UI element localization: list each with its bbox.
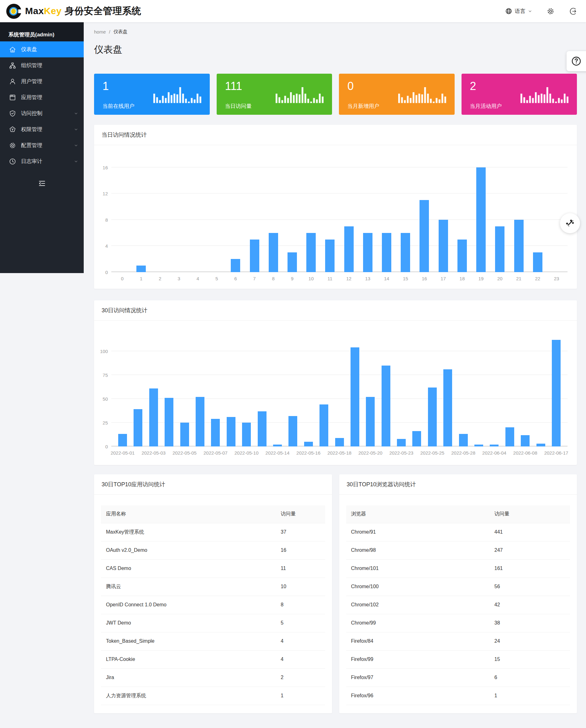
sidebar-item-access[interactable]: 访问控制 [0,105,84,121]
x-tick-label: 9 [283,276,302,281]
language-switcher[interactable]: 语言 [505,7,532,15]
bar[interactable] [149,388,158,446]
logout-button[interactable] [569,7,577,15]
menu-collapse-button[interactable] [0,175,84,191]
brand-title: MaxKey身份安全管理系统 [25,5,141,18]
sidebar-item-users[interactable]: 用户管理 [0,73,84,89]
gear-icon [546,7,555,15]
bar[interactable] [211,419,220,446]
table-row: Chrome/98247 [346,541,570,559]
column-header: 访问量 [489,505,570,523]
bar[interactable] [382,233,391,272]
bar[interactable] [227,417,235,446]
sidebar-item-perms[interactable]: 权限管理 [0,121,84,137]
brand[interactable]: MaxKey身份安全管理系统 [6,3,141,20]
bar[interactable] [287,252,297,272]
bar[interactable] [304,442,313,446]
bar[interactable] [288,416,297,446]
bar[interactable] [164,398,173,446]
bar[interactable] [335,438,344,446]
bar[interactable] [320,405,328,446]
chevron-down-icon [74,127,78,131]
table-row: Firefox/976 [346,669,570,686]
breadcrumb-home[interactable]: home [94,29,106,34]
bar[interactable] [476,167,486,272]
sidebar-item-label: 组织管理 [21,62,42,69]
bar[interactable] [344,226,354,272]
sidebar-item-config[interactable]: 配置管理 [0,137,84,153]
sidebar-menu: 仪表盘组织管理用户管理应用管理访问控制权限管理配置管理日志审计 [0,42,84,169]
bar[interactable] [536,444,545,446]
bar[interactable] [533,252,542,272]
x-tick-label: 20 [490,276,509,281]
bar[interactable] [180,423,189,446]
main-content: home / 仪表盘 仪表盘 1当前在线用户111当日访问量0当月新增用户2当月… [84,22,586,713]
table-header-row: 应用名称访问量 [101,505,325,523]
bar[interactable] [459,434,468,446]
question-circle-icon [571,55,582,67]
x-tick-label: 2 [151,276,169,281]
bar[interactable] [136,265,146,272]
sidebar-item-label: 权限管理 [21,126,42,133]
bar[interactable] [273,445,282,446]
bar[interactable] [133,409,142,446]
x-tick-label: 7 [245,276,264,281]
table-row: JWT Demo5 [101,614,325,632]
x-tick-label: 11 [321,276,339,281]
bar[interactable] [366,397,375,446]
bar[interactable] [514,220,524,272]
mini-bar-chart-icon [520,85,568,103]
table-row: Firefox/8424 [346,632,570,650]
sidebar-item-label: 配置管理 [21,142,42,149]
y-tick-label: 50 [94,396,108,401]
bar[interactable] [258,411,266,446]
bar[interactable] [401,233,410,272]
sidebar-item-org[interactable]: 组织管理 [0,57,84,73]
settings-button[interactable] [546,7,555,15]
bar[interactable] [242,423,251,446]
sidebar: 系统管理员(admin) 仪表盘组织管理用户管理应用管理访问控制权限管理配置管理… [0,22,84,273]
bar[interactable] [495,226,505,272]
bar[interactable] [521,435,530,446]
bar[interactable] [443,369,452,446]
bar[interactable] [419,200,429,272]
table-row: Chrome/10242 [346,596,570,614]
sidebar-item-label: 日志审计 [21,158,42,165]
panel-top10-browsers: 30日TOP10浏览器访问统计 浏览器访问量Chrome/91441Chrome… [339,474,577,713]
sidebar-item-dashboard[interactable]: 仪表盘 [0,42,84,57]
bar[interactable] [382,366,390,446]
sidebar-item-apps[interactable]: 应用管理 [0,89,84,105]
bar[interactable] [363,233,373,272]
bar[interactable] [475,445,483,446]
bar[interactable] [505,427,514,446]
table-row: Firefox/9915 [346,650,570,669]
bar[interactable] [196,397,204,446]
chevron-down-icon [74,143,78,147]
appstore-icon [9,94,16,101]
help-button[interactable] [566,51,586,71]
stat-card-label: 当月新增用户 [348,103,379,110]
bar[interactable] [428,388,437,446]
bar[interactable] [457,239,467,272]
bar[interactable] [490,445,499,446]
sidebar-item-audit[interactable]: 日志审计 [0,153,84,169]
table-row: Chrome/10056 [346,577,570,596]
bar[interactable] [250,239,259,272]
table-cell: Chrome/100 [346,577,489,596]
cluster-icon [9,62,16,69]
bar[interactable] [397,439,406,446]
bar[interactable] [118,434,127,446]
bar[interactable] [552,340,561,446]
stat-cards: 1当前在线用户111当日访问量0当月新增用户2当月活动用户 [94,74,577,115]
bar[interactable] [231,259,240,272]
bar[interactable] [269,233,278,272]
x-tick-label: 21 [509,276,528,281]
bar[interactable] [325,239,335,272]
bar[interactable] [412,431,421,446]
sidebar-item-label: 用户管理 [21,78,42,85]
magic-wand-button[interactable] [560,213,580,233]
bar[interactable] [306,233,316,272]
x-tick-label: 16 [415,276,434,281]
bar[interactable] [439,220,448,272]
bar[interactable] [351,347,359,446]
